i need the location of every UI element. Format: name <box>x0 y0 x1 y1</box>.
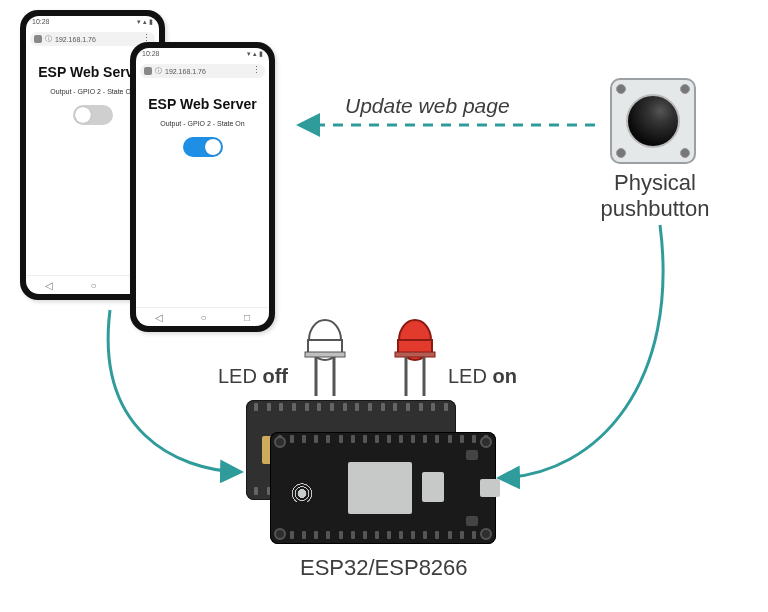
home-icon <box>144 67 152 75</box>
home-nav-icon[interactable]: ○ <box>200 312 206 323</box>
svg-rect-7 <box>395 352 435 357</box>
svg-rect-2 <box>305 352 345 357</box>
browser-url-bar[interactable]: ⓘ 192.168.1.76 ⋮ <box>30 32 155 46</box>
page-title: ESP Web Server <box>142 96 263 112</box>
main-chip <box>348 462 412 514</box>
status-bar: 10:28 ▾ ▴ ▮ <box>26 16 159 30</box>
output-state-text: Output - GPIO 2 - State On <box>142 120 263 127</box>
gpio-toggle[interactable] <box>183 137 223 157</box>
label-update-web-page: Update web page <box>345 94 510 118</box>
status-bar: 10:28 ▾ ▴ ▮ <box>136 48 269 62</box>
label-led-off: LED off <box>218 365 288 388</box>
label-pushbutton: Physical pushbutton <box>600 170 710 223</box>
led-off-icon <box>305 320 345 396</box>
info-icon: ⓘ <box>45 34 52 44</box>
url-text: 192.168.1.76 <box>55 36 96 43</box>
status-icons: ▾ ▴ ▮ <box>137 18 153 30</box>
info-icon: ⓘ <box>155 66 162 76</box>
label-board: ESP32/ESP8266 <box>300 555 468 581</box>
back-icon[interactable]: ◁ <box>45 280 53 291</box>
clock-text: 10:28 <box>142 50 160 62</box>
url-text: 192.168.1.76 <box>165 68 206 75</box>
android-nav-bar[interactable]: ◁ ○ □ <box>136 307 269 326</box>
home-nav-icon[interactable]: ○ <box>90 280 96 291</box>
wifi-icon <box>288 474 316 502</box>
recents-icon[interactable]: □ <box>244 312 250 323</box>
usb-port <box>480 479 500 497</box>
home-icon <box>34 35 42 43</box>
clock-text: 10:28 <box>32 18 50 30</box>
phone-on: 10:28 ▾ ▴ ▮ ⓘ 192.168.1.76 ⋮ ESP Web Ser… <box>130 42 275 332</box>
button-top <box>466 450 478 460</box>
arrow-button-to-board <box>500 225 663 478</box>
browser-url-bar[interactable]: ⓘ 192.168.1.76 ⋮ <box>140 64 265 78</box>
status-icons: ▾ ▴ ▮ <box>247 50 263 62</box>
gpio-toggle[interactable] <box>73 105 113 125</box>
physical-pushbutton[interactable] <box>610 78 696 164</box>
board-esp-front <box>270 432 496 544</box>
arrow-phone-to-board <box>108 310 240 472</box>
button-bot <box>466 516 478 526</box>
menu-dots-icon[interactable]: ⋮ <box>252 66 261 75</box>
led-on-icon <box>395 320 435 396</box>
back-icon[interactable]: ◁ <box>155 312 163 323</box>
pushbutton-cap <box>626 94 680 148</box>
secondary-chip <box>422 472 444 502</box>
label-led-on: LED on <box>448 365 517 388</box>
